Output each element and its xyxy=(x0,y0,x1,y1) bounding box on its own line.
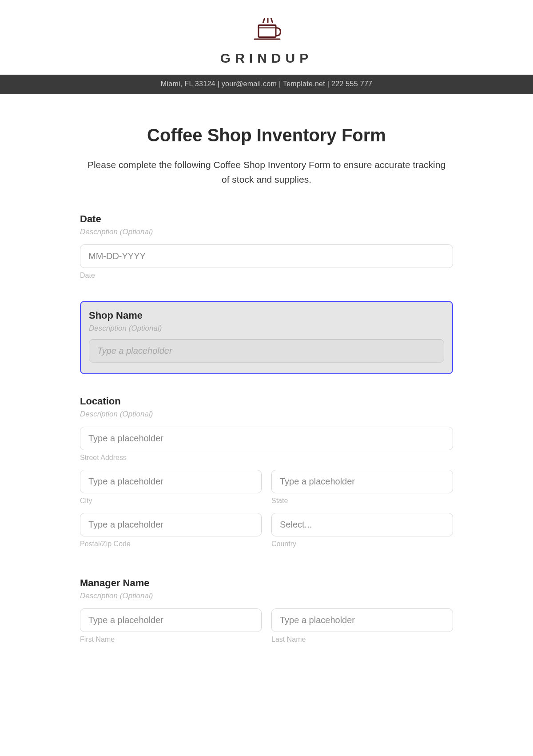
country-select[interactable] xyxy=(271,513,453,536)
city-input[interactable] xyxy=(80,470,262,493)
form-title: Coffee Shop Inventory Form xyxy=(80,125,453,145)
date-label: Date xyxy=(80,213,453,225)
manager-label: Manager Name xyxy=(80,577,453,589)
form-content: Coffee Shop Inventory Form Please comple… xyxy=(62,94,471,661)
header: GRINDUP xyxy=(0,0,533,75)
coffee-cup-icon xyxy=(249,18,284,44)
section-location: Location Description (Optional) Street A… xyxy=(80,396,453,556)
logo: GRINDUP xyxy=(0,18,533,66)
first-name-input[interactable] xyxy=(80,608,262,632)
section-shop-name[interactable]: Shop Name Description (Optional) xyxy=(80,301,453,374)
country-sublabel: Country xyxy=(271,540,453,548)
location-desc: Description (Optional) xyxy=(80,410,453,419)
state-sublabel: State xyxy=(271,497,453,505)
last-name-sublabel: Last Name xyxy=(271,636,453,644)
city-sublabel: City xyxy=(80,497,262,505)
svg-line-0 xyxy=(263,19,265,23)
first-name-sublabel: First Name xyxy=(80,636,262,644)
section-date: Date Description (Optional) Date xyxy=(80,213,453,280)
postal-input[interactable] xyxy=(80,513,262,536)
shop-name-label: Shop Name xyxy=(89,310,444,321)
street-input[interactable] xyxy=(80,427,453,450)
street-sublabel: Street Address xyxy=(80,454,453,462)
postal-sublabel: Postal/Zip Code xyxy=(80,540,262,548)
date-desc: Description (Optional) xyxy=(80,228,453,236)
info-bar: Miami, FL 33124 | your@email.com | Templ… xyxy=(0,75,533,94)
svg-rect-3 xyxy=(259,25,276,37)
location-label: Location xyxy=(80,396,453,407)
manager-desc: Description (Optional) xyxy=(80,592,453,600)
page: GRINDUP Miami, FL 33124 | your@email.com… xyxy=(0,0,533,661)
state-input[interactable] xyxy=(271,470,453,493)
last-name-input[interactable] xyxy=(271,608,453,632)
date-sublabel: Date xyxy=(80,272,453,280)
shop-name-input[interactable] xyxy=(89,339,444,363)
date-input[interactable] xyxy=(80,244,453,268)
form-intro: Please complete the following Coffee Sho… xyxy=(84,158,449,187)
brand-name: GRINDUP xyxy=(220,51,313,66)
section-manager: Manager Name Description (Optional) Firs… xyxy=(80,577,453,644)
shop-name-desc: Description (Optional) xyxy=(89,324,444,333)
svg-line-2 xyxy=(271,19,273,23)
